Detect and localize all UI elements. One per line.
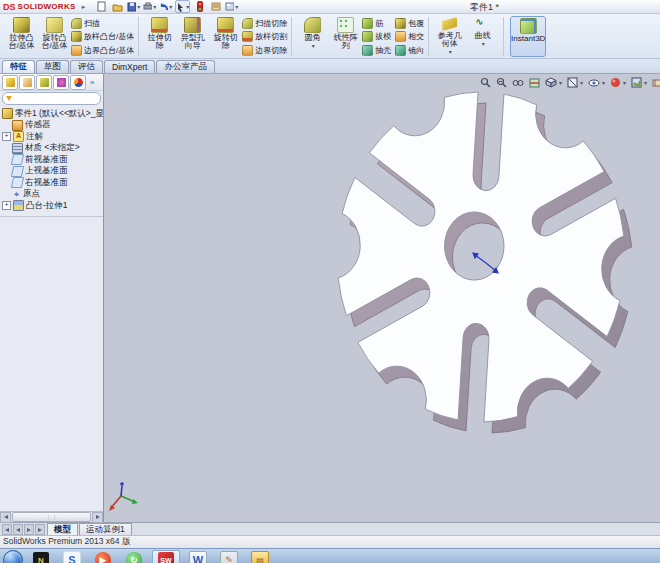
file-properties-icon <box>211 2 221 11</box>
panel-horizontal-scrollbar[interactable]: ⋮⋮ <box>0 511 103 522</box>
extruded-boss-button[interactable]: 拉伸凸 台/基体 <box>5 16 38 57</box>
propertymanager-tab[interactable] <box>19 75 35 90</box>
extruded-cut-button[interactable]: 拉伸切 除 <box>143 16 176 57</box>
taskbar-app-files[interactable]: ▤ <box>247 551 273 563</box>
swept-cut-button[interactable]: 扫描切除 <box>242 17 287 29</box>
revolved-boss-button[interactable]: 旋转凸 台/基体 <box>38 16 71 57</box>
taskbar-app-1[interactable]: N <box>28 551 54 563</box>
configurationmanager-tab[interactable] <box>36 75 52 90</box>
print-button[interactable]: ▾ <box>143 1 156 12</box>
new-file-button[interactable] <box>95 1 108 12</box>
scroll-right-arrow[interactable] <box>92 512 103 523</box>
feature-manager-panel: » 零件1 (默认<<默认>_显示状态 传感器 + A 注解 <box>0 74 104 522</box>
taskbar-word[interactable]: W <box>185 551 211 563</box>
part-model-geneva-wheel[interactable] <box>104 74 660 522</box>
taskbar-app-green-browser[interactable]: ↻ <box>121 551 147 563</box>
tab-office-products[interactable]: 办公室产品 <box>156 60 215 73</box>
tab-dimxpert[interactable]: DimXpert <box>104 60 155 73</box>
model-tab[interactable]: 模型 <box>47 523 78 535</box>
undo-button[interactable]: ▾ <box>159 1 172 12</box>
display-style-button[interactable]: ▾ <box>566 76 584 89</box>
tab-sketch[interactable]: 草图 <box>36 60 69 73</box>
view-orientation-button[interactable]: ▾ <box>544 76 563 89</box>
zoom-area-button[interactable] <box>495 76 508 89</box>
tree-item-sensors[interactable]: 传感器 <box>2 120 103 132</box>
instant3d-group: Instant3D <box>505 15 549 58</box>
tab-evaluate[interactable]: 评估 <box>70 60 103 73</box>
lofted-cut-button[interactable]: 放样切割 <box>242 31 287 43</box>
boundary-boss-button[interactable]: 边界凸台/基体 <box>71 44 134 56</box>
tree-item-annotations[interactable]: + A 注解 <box>2 131 103 143</box>
tab-scroll-next[interactable] <box>24 524 34 535</box>
boundary-boss-icon <box>71 45 82 56</box>
hole-wizard-button[interactable]: 异型孔 向导 <box>176 16 209 57</box>
taskbar-app-browser-s[interactable]: S <box>59 551 85 563</box>
previous-view-button[interactable] <box>511 77 525 89</box>
hide-show-items-button[interactable]: ▾ <box>587 77 606 89</box>
tab-scroll-last[interactable] <box>35 524 45 535</box>
tree-item-boss-extrude1[interactable]: + 凸台-拉伸1 <box>2 200 103 212</box>
options-button[interactable]: ▾ <box>225 1 238 12</box>
draft-button[interactable]: 拔模 <box>362 31 391 43</box>
graphics-viewport[interactable]: ▾ ▾ ▾ ▾ ▾ ▾ <box>104 74 660 522</box>
intersect-button[interactable]: 相交 <box>395 31 424 43</box>
instant3d-toggle[interactable]: Instant3D <box>510 16 546 57</box>
linear-pattern-button[interactable]: 线性阵 列 <box>329 16 362 57</box>
tree-item-part[interactable]: 零件1 (默认<<默认>_显示状态 <box>2 108 103 120</box>
tree-filter-box[interactable] <box>2 92 101 105</box>
view-settings-button[interactable]: ▾ <box>651 77 660 89</box>
shell-button[interactable]: 抽壳 <box>362 44 391 56</box>
taskbar-solidworks[interactable]: SW <box>152 550 180 563</box>
menu-expand-icon[interactable]: ▸ <box>82 3 86 11</box>
fillet-button[interactable]: 圆角 ▾ <box>296 16 329 57</box>
tree-item-right-plane[interactable]: 右视基准面 <box>2 177 103 189</box>
tree-item-origin[interactable]: ⌖ 原点 <box>2 189 103 201</box>
tab-scroll-prev[interactable] <box>13 524 23 535</box>
rebuild-traffic-light-icon <box>197 1 203 12</box>
expand-icon[interactable]: + <box>2 132 11 141</box>
tab-features[interactable]: 特征 <box>2 60 35 73</box>
scrollbar-thumb[interactable]: ⋮⋮ <box>12 512 91 522</box>
rib-button[interactable]: 筋 <box>362 17 391 29</box>
dropdown-arrow-icon: ▾ <box>312 42 315 49</box>
featuremanager-tab[interactable] <box>2 75 18 90</box>
boundary-cut-button[interactable]: 边界切除 <box>242 44 287 56</box>
scroll-left-arrow[interactable] <box>0 512 11 523</box>
revolved-cut-icon <box>217 17 234 33</box>
reference-geometry-button[interactable]: 参考几 何体 ▾ <box>433 16 466 57</box>
zoom-fit-button[interactable] <box>479 76 492 89</box>
apply-scene-button[interactable]: ▾ <box>630 76 648 89</box>
swept-boss-button[interactable]: 扫描 <box>71 17 134 29</box>
plane-icon <box>11 154 24 165</box>
revolved-cut-button[interactable]: 旋转切 除 <box>209 16 242 57</box>
expand-icon[interactable]: + <box>2 201 11 210</box>
tree-item-material[interactable]: 材质 <未指定> <box>2 143 103 155</box>
edit-appearance-button[interactable]: ▾ <box>609 76 627 89</box>
save-button[interactable]: ▾ <box>127 1 140 12</box>
section-view-button[interactable] <box>528 76 541 89</box>
hide-show-eye-icon <box>588 78 600 88</box>
panel-overflow-chevron[interactable]: » <box>90 78 94 87</box>
dropdown-arrow-icon: ▾ <box>623 79 626 86</box>
select-button[interactable]: ▾ <box>175 0 190 13</box>
tree-item-front-plane[interactable]: 前视基准面 <box>2 154 103 166</box>
main-area: » 零件1 (默认<<默认>_显示状态 传感器 + A 注解 <box>0 74 660 522</box>
curves-button[interactable]: ∿ 曲线 ▾ <box>466 16 499 57</box>
displaymanager-tab[interactable] <box>70 75 86 90</box>
tab-scroll-first[interactable] <box>2 524 12 535</box>
start-button[interactable] <box>3 550 23 563</box>
save-icon <box>127 2 136 12</box>
tree-item-top-plane[interactable]: 上视基准面 <box>2 166 103 178</box>
taskbar-app-tool[interactable]: ✎ <box>216 551 242 563</box>
file-properties-button[interactable] <box>209 1 222 12</box>
motion-study-tab[interactable]: 运动算例1 <box>79 523 132 535</box>
rebuild-button[interactable] <box>193 1 206 12</box>
dimxpertmanager-tab[interactable] <box>53 75 69 90</box>
lofted-boss-button[interactable]: 放样凸台/基体 <box>71 31 134 43</box>
open-file-button[interactable] <box>111 1 124 12</box>
taskbar-app-player[interactable]: ▶ <box>90 551 116 563</box>
mirror-button[interactable]: 镜向 <box>395 44 424 56</box>
tab-scroll-buttons <box>0 524 47 535</box>
draft-icon <box>362 31 373 42</box>
wrap-button[interactable]: 包覆 <box>395 17 424 29</box>
